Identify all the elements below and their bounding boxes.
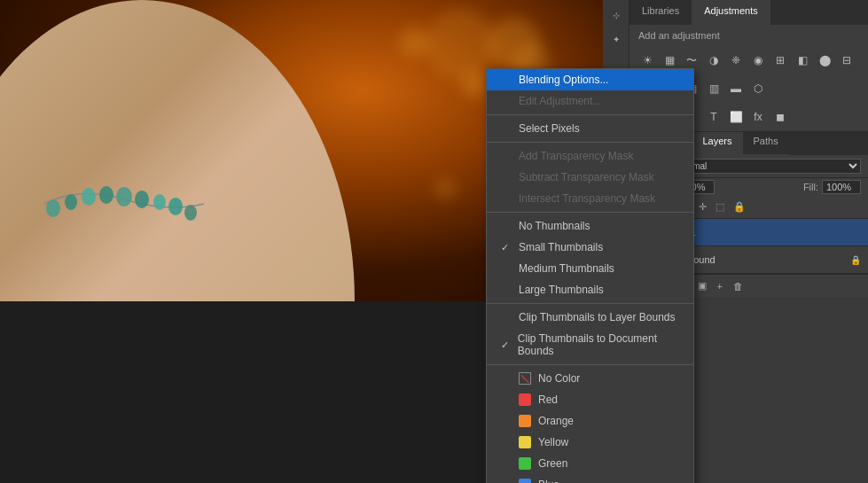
menu-blending-options[interactable]: Blending Options... bbox=[487, 69, 693, 90]
channel-mixer-icon[interactable]: ⊟ bbox=[836, 50, 857, 71]
label-subtract-transparency: Subtract Transparency Mask bbox=[519, 171, 654, 183]
label-edit-adjustment: Edit Adjustment... bbox=[519, 95, 601, 107]
menu-small-thumbnails[interactable]: ✓ Small Thumbnails bbox=[487, 237, 693, 258]
menu-intersect-transparency: Intersect Transparency Mask bbox=[487, 188, 693, 209]
tab-libraries[interactable]: Libraries bbox=[629, 0, 692, 25]
top-tabs: Libraries Adjustments bbox=[629, 0, 868, 25]
label-clip-document: Clip Thumbnails to Document Bounds bbox=[518, 332, 679, 357]
label-intersect-transparency: Intersect Transparency Mask bbox=[519, 192, 655, 205]
menu-orange[interactable]: Orange bbox=[487, 410, 693, 432]
gradient-map-icon[interactable]: ▬ bbox=[725, 78, 747, 99]
tool-move[interactable]: ⊹ bbox=[606, 4, 627, 26]
label-select-pixels: Select Pixels bbox=[519, 122, 580, 135]
menu-edit-adjustment: Edit Adjustment... bbox=[487, 90, 693, 112]
lock-move-icon[interactable]: ✛ bbox=[696, 199, 709, 214]
delete-layer-button[interactable]: 🗑 bbox=[730, 279, 747, 293]
label-add-transparency: Add Transparency Mask bbox=[519, 150, 633, 162]
green-swatch bbox=[519, 457, 531, 470]
fill-input[interactable] bbox=[822, 180, 861, 194]
sep2 bbox=[487, 142, 693, 143]
menu-clip-layer[interactable]: Clip Thumbnails to Layer Bounds bbox=[487, 307, 693, 328]
label-green: Green bbox=[538, 457, 567, 470]
fill-label: Fill: bbox=[803, 182, 818, 192]
orange-swatch bbox=[519, 415, 531, 427]
svg-point-0 bbox=[46, 199, 60, 217]
text-icon[interactable]: T bbox=[703, 106, 724, 128]
blue-swatch bbox=[519, 479, 531, 483]
menu-yellow[interactable]: Yellow bbox=[487, 432, 693, 453]
tab-adjustments[interactable]: Adjustments bbox=[692, 0, 770, 25]
hue-sat-icon[interactable]: ◉ bbox=[747, 50, 769, 71]
menu-green[interactable]: Green bbox=[487, 453, 693, 474]
svg-point-2 bbox=[82, 188, 96, 206]
menu-clip-document[interactable]: ✓ Clip Thumbnails to Document Bounds bbox=[487, 328, 693, 362]
menu-medium-thumbnails[interactable]: Medium Thumbnails bbox=[487, 258, 693, 279]
svg-point-1 bbox=[65, 194, 77, 210]
svg-point-7 bbox=[168, 198, 183, 215]
label-blending-options: Blending Options... bbox=[519, 74, 608, 86]
fx-icon[interactable]: fx bbox=[747, 106, 769, 128]
label-yellow: Yellow bbox=[538, 436, 568, 448]
threshold-icon[interactable]: ▥ bbox=[703, 78, 724, 99]
no-color-swatch bbox=[519, 372, 531, 385]
menu-subtract-transparency: Subtract Transparency Mask bbox=[487, 167, 693, 188]
label-orange: Orange bbox=[538, 415, 574, 427]
red-swatch bbox=[519, 393, 531, 406]
sep1 bbox=[487, 114, 693, 115]
sep4 bbox=[487, 303, 693, 304]
photo-filter-icon[interactable]: ⬤ bbox=[814, 50, 835, 71]
svg-point-6 bbox=[153, 194, 166, 210]
menu-add-transparency: Add Transparency Mask bbox=[487, 145, 693, 167]
lock-all-icon[interactable]: 🔒 bbox=[731, 199, 748, 214]
blend-mode-select[interactable]: Normal bbox=[673, 159, 861, 174]
sep3 bbox=[487, 212, 693, 213]
check-clip-document: ✓ bbox=[501, 339, 511, 351]
background-lock-icon: 🔒 bbox=[850, 255, 861, 265]
menu-no-color[interactable]: No Color bbox=[487, 368, 693, 389]
bw-icon[interactable]: ◧ bbox=[792, 50, 813, 71]
tab-layers[interactable]: Layers bbox=[692, 132, 742, 155]
label-no-thumbnails: No Thumbnails bbox=[519, 220, 590, 232]
label-medium-thumbnails: Medium Thumbnails bbox=[519, 262, 614, 275]
label-red: Red bbox=[538, 393, 558, 406]
label-blue: Blue bbox=[538, 479, 559, 483]
add-adjustment-label: Add an adjustment bbox=[629, 25, 868, 46]
group-button[interactable]: ▣ bbox=[694, 278, 710, 293]
label-large-thumbnails: Large Thumbnails bbox=[519, 284, 604, 296]
sep5 bbox=[487, 364, 693, 365]
svg-point-3 bbox=[99, 186, 113, 204]
new-layer-button[interactable]: + bbox=[714, 279, 726, 293]
necklace bbox=[27, 177, 204, 248]
label-small-thumbnails: Small Thumbnails bbox=[519, 241, 603, 253]
fill-icon[interactable]: ◼ bbox=[770, 106, 791, 128]
label-clip-layer: Clip Thumbnails to Layer Bounds bbox=[519, 311, 676, 323]
exposure-icon[interactable]: ◑ bbox=[703, 50, 724, 71]
selective-color-icon[interactable]: ⬡ bbox=[747, 78, 769, 99]
svg-point-5 bbox=[135, 191, 149, 208]
menu-large-thumbnails[interactable]: Large Thumbnails bbox=[487, 279, 693, 300]
context-menu: Blending Options... Edit Adjustment... S… bbox=[486, 68, 694, 483]
menu-blue[interactable]: Blue bbox=[487, 474, 693, 483]
vector-icon[interactable]: ⬜ bbox=[725, 106, 747, 128]
check-small-thumbnails: ✓ bbox=[501, 242, 512, 253]
yellow-swatch bbox=[519, 436, 531, 448]
tab-paths[interactable]: Paths bbox=[743, 132, 789, 155]
label-no-color: No Color bbox=[538, 372, 580, 385]
color-balance-icon[interactable]: ⊞ bbox=[770, 50, 791, 71]
vibrance-icon[interactable]: ❈ bbox=[725, 50, 747, 71]
lock-artboard-icon[interactable]: ⬚ bbox=[713, 199, 727, 214]
menu-select-pixels[interactable]: Select Pixels bbox=[487, 118, 693, 139]
tool-brush[interactable]: ✦ bbox=[606, 28, 627, 50]
menu-no-thumbnails[interactable]: No Thumbnails bbox=[487, 215, 693, 237]
svg-point-8 bbox=[184, 205, 197, 221]
svg-point-4 bbox=[116, 187, 132, 206]
menu-red[interactable]: Red bbox=[487, 389, 693, 410]
